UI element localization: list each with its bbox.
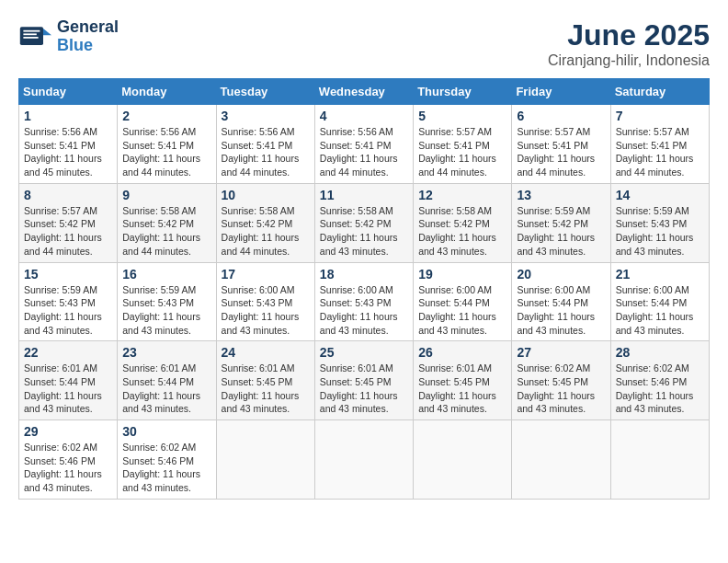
day-info: Sunrise: 5:57 AM Sunset: 5:41 PM Dayligh… <box>517 125 605 179</box>
svg-rect-2 <box>23 30 40 32</box>
table-row <box>512 420 610 500</box>
day-number: 22 <box>24 345 112 360</box>
day-number: 27 <box>517 345 605 360</box>
table-row <box>610 420 709 500</box>
day-number: 11 <box>320 188 408 202</box>
table-row: 5Sunrise: 5:57 AM Sunset: 5:41 PM Daylig… <box>414 105 512 184</box>
month-title: June 2025 <box>548 18 710 52</box>
table-row: 17Sunrise: 6:00 AM Sunset: 5:43 PM Dayli… <box>216 262 314 341</box>
col-sunday: Sunday <box>19 79 118 105</box>
day-number: 6 <box>517 109 605 123</box>
calendar-week-row: 29Sunrise: 6:02 AM Sunset: 5:46 PM Dayli… <box>19 420 710 500</box>
location-title: Ciranjang-hilir, Indonesia <box>548 52 710 69</box>
day-info: Sunrise: 5:57 AM Sunset: 5:41 PM Dayligh… <box>616 125 704 179</box>
table-row: 23Sunrise: 6:01 AM Sunset: 5:44 PM Dayli… <box>118 341 216 420</box>
day-info: Sunrise: 5:56 AM Sunset: 5:41 PM Dayligh… <box>320 125 408 179</box>
day-number: 28 <box>616 345 704 360</box>
day-info: Sunrise: 6:00 AM Sunset: 5:44 PM Dayligh… <box>616 283 704 338</box>
day-number: 23 <box>122 345 210 360</box>
table-row: 2Sunrise: 5:56 AM Sunset: 5:41 PM Daylig… <box>118 105 216 184</box>
table-row <box>414 420 512 500</box>
calendar-week-row: 1Sunrise: 5:56 AM Sunset: 5:41 PM Daylig… <box>19 105 710 184</box>
table-row: 9Sunrise: 5:58 AM Sunset: 5:42 PM Daylig… <box>118 183 216 262</box>
day-info: Sunrise: 5:58 AM Sunset: 5:42 PM Dayligh… <box>320 204 408 259</box>
svg-rect-4 <box>23 37 38 39</box>
day-number: 14 <box>616 188 704 202</box>
day-number: 13 <box>517 188 605 202</box>
table-row: 21Sunrise: 6:00 AM Sunset: 5:44 PM Dayli… <box>610 262 709 341</box>
table-row: 27Sunrise: 6:02 AM Sunset: 5:45 PM Dayli… <box>512 341 610 420</box>
logo-text: General Blue <box>57 18 119 55</box>
table-row: 10Sunrise: 5:58 AM Sunset: 5:42 PM Dayli… <box>216 183 314 262</box>
title-area: June 2025 Ciranjang-hilir, Indonesia <box>548 18 710 69</box>
table-row: 1Sunrise: 5:56 AM Sunset: 5:41 PM Daylig… <box>19 105 118 184</box>
day-number: 3 <box>222 109 310 123</box>
day-info: Sunrise: 6:01 AM Sunset: 5:45 PM Dayligh… <box>320 362 408 416</box>
table-row: 7Sunrise: 5:57 AM Sunset: 5:41 PM Daylig… <box>610 105 709 184</box>
table-row: 22Sunrise: 6:01 AM Sunset: 5:44 PM Dayli… <box>19 341 118 420</box>
day-number: 2 <box>122 109 210 123</box>
table-row: 12Sunrise: 5:58 AM Sunset: 5:42 PM Dayli… <box>414 183 512 262</box>
day-info: Sunrise: 5:57 AM Sunset: 5:41 PM Dayligh… <box>418 125 506 179</box>
table-row <box>216 420 314 500</box>
table-row: 25Sunrise: 6:01 AM Sunset: 5:45 PM Dayli… <box>314 341 413 420</box>
day-number: 30 <box>122 424 210 439</box>
table-row: 29Sunrise: 6:02 AM Sunset: 5:46 PM Dayli… <box>19 420 118 500</box>
col-monday: Monday <box>118 79 216 105</box>
col-thursday: Thursday <box>414 79 512 105</box>
svg-marker-1 <box>43 29 51 35</box>
table-row: 15Sunrise: 5:59 AM Sunset: 5:43 PM Dayli… <box>19 262 118 341</box>
table-row: 3Sunrise: 5:56 AM Sunset: 5:41 PM Daylig… <box>216 105 314 184</box>
day-info: Sunrise: 5:59 AM Sunset: 5:43 PM Dayligh… <box>616 204 704 259</box>
table-row: 11Sunrise: 5:58 AM Sunset: 5:42 PM Dayli… <box>314 183 413 262</box>
calendar-table: Sunday Monday Tuesday Wednesday Thursday… <box>18 78 710 500</box>
table-row: 8Sunrise: 5:57 AM Sunset: 5:42 PM Daylig… <box>19 183 118 262</box>
day-info: Sunrise: 6:01 AM Sunset: 5:44 PM Dayligh… <box>122 362 210 416</box>
calendar-header-row: Sunday Monday Tuesday Wednesday Thursday… <box>19 79 710 105</box>
table-row: 30Sunrise: 6:02 AM Sunset: 5:46 PM Dayli… <box>118 420 216 500</box>
day-number: 21 <box>616 267 704 282</box>
day-number: 26 <box>418 345 506 360</box>
day-number: 9 <box>122 188 210 202</box>
col-wednesday: Wednesday <box>314 79 413 105</box>
day-info: Sunrise: 5:58 AM Sunset: 5:42 PM Dayligh… <box>418 204 506 259</box>
day-number: 29 <box>24 424 112 439</box>
day-info: Sunrise: 6:00 AM Sunset: 5:43 PM Dayligh… <box>222 283 310 338</box>
day-info: Sunrise: 5:59 AM Sunset: 5:42 PM Dayligh… <box>517 204 605 259</box>
col-friday: Friday <box>512 79 610 105</box>
table-row: 24Sunrise: 6:01 AM Sunset: 5:45 PM Dayli… <box>216 341 314 420</box>
col-saturday: Saturday <box>610 79 709 105</box>
day-number: 16 <box>122 267 210 282</box>
day-info: Sunrise: 5:59 AM Sunset: 5:43 PM Dayligh… <box>122 283 210 338</box>
day-number: 1 <box>24 109 112 123</box>
svg-rect-0 <box>20 27 43 45</box>
day-number: 12 <box>418 188 506 202</box>
day-info: Sunrise: 6:01 AM Sunset: 5:44 PM Dayligh… <box>24 362 112 416</box>
day-info: Sunrise: 5:59 AM Sunset: 5:43 PM Dayligh… <box>24 283 112 338</box>
day-info: Sunrise: 6:02 AM Sunset: 5:46 PM Dayligh… <box>122 441 210 495</box>
calendar-week-row: 15Sunrise: 5:59 AM Sunset: 5:43 PM Dayli… <box>19 262 710 341</box>
day-number: 18 <box>320 267 408 282</box>
day-info: Sunrise: 5:57 AM Sunset: 5:42 PM Dayligh… <box>24 204 112 259</box>
day-info: Sunrise: 6:02 AM Sunset: 5:46 PM Dayligh… <box>24 441 112 495</box>
day-number: 7 <box>616 109 704 123</box>
day-info: Sunrise: 6:02 AM Sunset: 5:45 PM Dayligh… <box>517 362 605 416</box>
day-info: Sunrise: 5:56 AM Sunset: 5:41 PM Dayligh… <box>122 125 210 179</box>
table-row: 18Sunrise: 6:00 AM Sunset: 5:43 PM Dayli… <box>314 262 413 341</box>
day-number: 15 <box>24 267 112 282</box>
table-row <box>314 420 413 500</box>
day-info: Sunrise: 6:00 AM Sunset: 5:44 PM Dayligh… <box>517 283 605 338</box>
day-info: Sunrise: 6:01 AM Sunset: 5:45 PM Dayligh… <box>222 362 310 416</box>
day-number: 5 <box>418 109 506 123</box>
day-number: 17 <box>222 267 310 282</box>
day-number: 20 <box>517 267 605 282</box>
svg-rect-3 <box>23 33 36 35</box>
day-info: Sunrise: 6:02 AM Sunset: 5:46 PM Dayligh… <box>616 362 704 416</box>
day-info: Sunrise: 6:00 AM Sunset: 5:44 PM Dayligh… <box>418 283 506 338</box>
day-number: 25 <box>320 345 408 360</box>
table-row: 6Sunrise: 5:57 AM Sunset: 5:41 PM Daylig… <box>512 105 610 184</box>
col-tuesday: Tuesday <box>216 79 314 105</box>
table-row: 13Sunrise: 5:59 AM Sunset: 5:42 PM Dayli… <box>512 183 610 262</box>
day-number: 10 <box>222 188 310 202</box>
day-number: 4 <box>320 109 408 123</box>
